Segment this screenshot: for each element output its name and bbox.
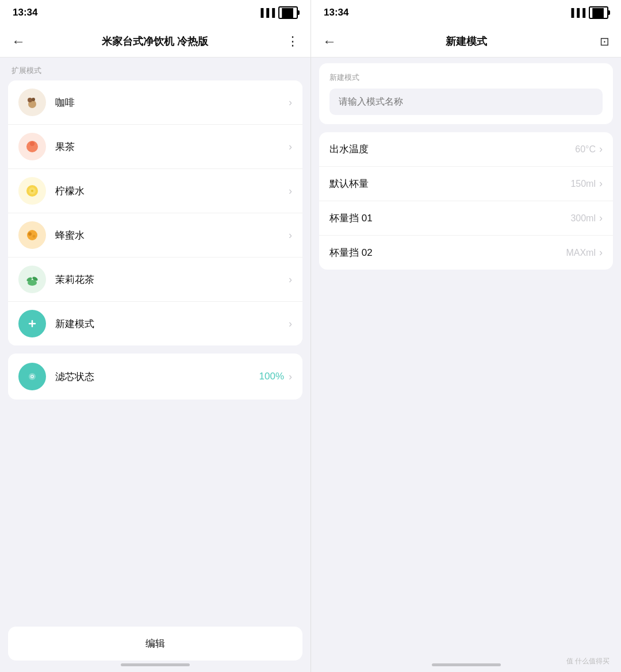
left-status-bar: 13:34 ▐▐▐ ██ xyxy=(0,0,310,25)
cup-02-value: MAXml xyxy=(566,248,596,258)
edit-btn-wrap: 编辑 xyxy=(8,627,302,661)
filter-percent: 100% xyxy=(259,371,284,382)
filter-icon xyxy=(18,363,46,390)
new-mode-chevron: › xyxy=(289,318,292,330)
list-item-new-mode[interactable]: 新建模式 › xyxy=(8,302,302,345)
default-cup-label: 默认杯量 xyxy=(329,177,570,190)
cup-01-label: 杯量挡 01 xyxy=(329,212,570,225)
svg-point-4 xyxy=(30,141,34,146)
filter-item[interactable]: 滤芯状态 100% › xyxy=(8,354,302,400)
left-panel: 13:34 ▐▐▐ ██ ← 米家台式净饮机 冷热版 ⋮ 扩展模式 咖啡 › xyxy=(0,0,310,672)
filter-label: 滤芯状态 xyxy=(55,370,259,383)
left-status-time: 13:34 xyxy=(13,7,37,18)
cup-02-label: 杯量挡 02 xyxy=(329,246,566,259)
right-nav-title: 新建模式 xyxy=(346,34,586,48)
svg-point-9 xyxy=(28,232,32,236)
cup-02-chevron: › xyxy=(599,247,603,259)
list-item-jasmine[interactable]: 茉莉花茶 › xyxy=(8,258,302,302)
right-signal-icon: ▐▐▐ xyxy=(568,8,585,17)
right-battery-icon: ██ xyxy=(589,6,608,19)
jasmine-icon xyxy=(18,266,46,293)
coffee-chevron: › xyxy=(289,97,292,109)
cup-01-chevron: › xyxy=(599,212,603,224)
fruit-tea-label: 果茶 xyxy=(55,140,289,153)
settings-row-cup-01[interactable]: 杯量挡 01 300ml › xyxy=(319,201,613,236)
list-item-honey[interactable]: 蜂蜜水 › xyxy=(8,213,302,258)
svg-point-10 xyxy=(33,235,36,238)
settings-row-cup-02[interactable]: 杯量挡 02 MAXml › xyxy=(319,236,613,270)
settings-row-default-cup[interactable]: 默认杯量 150ml › xyxy=(319,167,613,201)
temperature-chevron: › xyxy=(599,143,603,155)
left-nav-title: 米家台式净饮机 冷热版 xyxy=(34,34,276,48)
right-status-time: 13:34 xyxy=(324,7,348,18)
right-nav-bar: ← 新建模式 ⊡ xyxy=(311,25,621,57)
left-nav-bar: ← 米家台式净饮机 冷热版 ⋮ xyxy=(0,25,310,57)
default-cup-value: 150ml xyxy=(570,179,596,189)
right-home-indicator xyxy=(432,663,501,666)
left-back-button[interactable]: ← xyxy=(12,33,34,49)
temperature-label: 出水温度 xyxy=(329,143,575,156)
watermark: 值 什么值得买 xyxy=(311,651,621,672)
cup-01-value: 300ml xyxy=(570,213,596,224)
new-mode-icon xyxy=(18,310,46,337)
honey-icon xyxy=(18,221,46,249)
svg-point-1 xyxy=(28,98,32,102)
fruit-tea-icon xyxy=(18,133,46,160)
left-list-card: 咖啡 › 果茶 › 柠檬水 › 蜂蜜水 › xyxy=(8,80,302,345)
left-more-button[interactable]: ⋮ xyxy=(276,34,299,49)
svg-point-20 xyxy=(32,376,33,377)
right-nav-icon[interactable]: ⊡ xyxy=(586,34,610,48)
list-item-lemon[interactable]: 柠檬水 › xyxy=(8,169,302,213)
edit-button[interactable]: 编辑 xyxy=(8,627,302,661)
jasmine-label: 茉莉花茶 xyxy=(55,273,289,286)
left-status-icons: ▐▐▐ ██ xyxy=(258,6,298,19)
new-mode-label: 新建模式 xyxy=(55,317,289,331)
left-section-header: 扩展模式 xyxy=(0,57,310,80)
settings-row-temperature[interactable]: 出水温度 60°C › xyxy=(319,132,613,167)
signal-icon: ▐▐▐ xyxy=(258,8,275,17)
battery-icon: ██ xyxy=(278,6,298,19)
right-panel: 13:34 ▐▐▐ ██ ← 新建模式 ⊡ 新建模式 出水温度 60°C › 默… xyxy=(310,0,621,672)
coffee-icon xyxy=(18,89,46,116)
fruit-tea-chevron: › xyxy=(289,141,292,153)
list-item-fruit-tea[interactable]: 果茶 › xyxy=(8,125,302,169)
list-item-coffee[interactable]: 咖啡 › xyxy=(8,80,302,125)
svg-point-2 xyxy=(32,98,35,101)
honey-chevron: › xyxy=(289,229,292,241)
settings-card: 出水温度 60°C › 默认杯量 150ml › 杯量挡 01 300ml › … xyxy=(319,132,613,270)
lemon-icon xyxy=(18,177,46,205)
lemon-label: 柠檬水 xyxy=(55,185,289,198)
lemon-chevron: › xyxy=(289,185,292,197)
filter-chevron: › xyxy=(289,371,292,383)
mode-name-input[interactable] xyxy=(329,89,603,115)
filter-card[interactable]: 滤芯状态 100% › xyxy=(8,354,302,400)
left-home-indicator xyxy=(121,663,190,666)
default-cup-chevron: › xyxy=(599,178,603,190)
right-status-icons: ▐▐▐ ██ xyxy=(568,6,608,19)
form-card: 新建模式 xyxy=(319,63,613,124)
coffee-label: 咖啡 xyxy=(55,96,289,109)
form-label: 新建模式 xyxy=(329,72,603,83)
svg-point-8 xyxy=(27,230,37,240)
temperature-value: 60°C xyxy=(575,144,596,155)
right-back-button[interactable]: ← xyxy=(323,33,346,49)
right-status-bar: 13:34 ▐▐▐ ██ xyxy=(311,0,621,25)
jasmine-chevron: › xyxy=(289,274,292,286)
svg-point-7 xyxy=(31,190,33,192)
honey-label: 蜂蜜水 xyxy=(55,229,289,242)
